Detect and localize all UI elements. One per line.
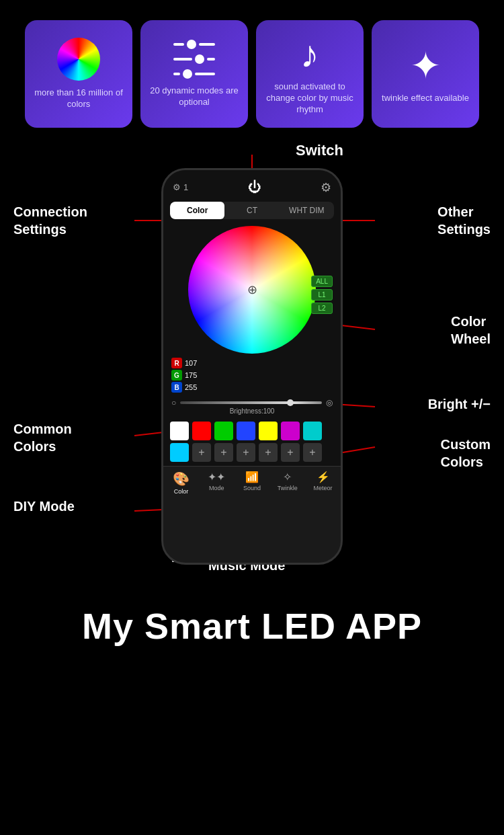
app-title: My Smart LED APP (0, 592, 504, 667)
nav-twinkle[interactable]: ✧ Twinkle (269, 471, 305, 495)
swatch-green[interactable] (214, 422, 233, 440)
swatch-red[interactable] (192, 422, 211, 440)
wheel-section: ⊕ ALL L1 L2 (163, 222, 341, 356)
feature-label-colors: more than 16 million of colors (33, 87, 124, 110)
swatch-blue[interactable] (237, 422, 255, 440)
crosshair-icon: ⊕ (247, 282, 257, 297)
svg-line-5 (134, 432, 163, 436)
nav-meteor-icon: ⚡ (317, 471, 330, 483)
power-button[interactable]: ⏻ (248, 180, 261, 195)
feature-card-sound: ♪ sound activated to change color by mus… (256, 20, 364, 128)
topbar-left: ⚙ 1 (173, 182, 188, 192)
annotation-bright: Bright +/− (428, 395, 491, 413)
swatch-yellow[interactable] (259, 422, 278, 440)
custom-add-2[interactable]: + (214, 443, 233, 462)
annotation-color-wheel: ColorWheel (451, 313, 491, 348)
sparkle-icon: ✦ (410, 44, 442, 87)
custom-add-1[interactable]: + (192, 443, 211, 462)
nav-color-label: Color (174, 488, 189, 495)
feature-card-twinkle: ✦ twinkle effect available (372, 20, 479, 128)
feature-card-modes: 20 dynamic modes are optional (140, 20, 248, 128)
mode-tabs: Color CT WHT DIM (170, 202, 334, 219)
custom-swatch-1[interactable] (170, 443, 189, 462)
custom-colors-row: + + + + + + (163, 443, 341, 466)
b-value: 255 (185, 383, 197, 391)
color-wheel-icon (57, 38, 100, 81)
channel-btn-l1[interactable]: L1 (311, 289, 333, 301)
swatch-cyan[interactable] (303, 422, 322, 440)
rgb-row-b: B 255 (171, 382, 333, 393)
sliders-icon-small[interactable]: ⚙ (173, 182, 181, 192)
feature-label-twinkle: twinkle effect available (382, 93, 469, 104)
annotation-other-settings: OtherSettings (437, 203, 491, 238)
channel-btn-l2[interactable]: L2 (311, 303, 333, 314)
brightness-max-icon: ◎ (326, 398, 333, 407)
custom-add-6[interactable]: + (303, 443, 322, 462)
nav-sound[interactable]: 📶 Sound (235, 471, 270, 495)
channel-btn-all[interactable]: ALL (311, 276, 333, 287)
custom-add-4[interactable]: + (259, 443, 278, 462)
b-label: B (171, 382, 182, 393)
swatch-white[interactable] (170, 422, 189, 440)
r-label: R (171, 358, 182, 368)
phone-mockup: ⚙ 1 ⏻ ⚙ Color CT WHT DIM ⊕ (161, 168, 343, 565)
sliders-icon (173, 40, 215, 79)
brightness-label: Brightness:100 (163, 407, 341, 415)
annotation-switch: Switch (296, 141, 343, 161)
annotation-diy-mode: DIY Mode (13, 498, 75, 515)
nav-sound-icon: 📶 (245, 471, 259, 483)
rgb-row-g: G 175 (171, 370, 333, 381)
custom-add-5[interactable]: + (281, 443, 300, 462)
feature-label-sound: sound activated to change color by music… (264, 81, 355, 116)
nav-sound-label: Sound (243, 485, 261, 491)
swatch-magenta[interactable] (281, 422, 300, 440)
feature-label-modes: 20 dynamic modes are optional (149, 85, 240, 108)
g-value: 175 (185, 371, 197, 379)
common-colors-row (163, 418, 341, 443)
feature-card-colors: more than 16 million of colors (25, 20, 132, 128)
tab-color[interactable]: Color (170, 202, 224, 219)
color-wheel-display[interactable]: ⊕ (188, 226, 316, 354)
nav-twinkle-label: Twinkle (278, 485, 298, 491)
nav-meteor-label: Meteor (314, 485, 333, 491)
tab-whtdim[interactable]: WHT DIM (280, 202, 334, 219)
features-row: more than 16 million of colors 20 dynami… (0, 0, 504, 141)
annotation-connection: ConnectionSettings (13, 203, 87, 238)
channel-number: 1 (183, 182, 188, 192)
phone-topbar: ⚙ 1 ⏻ ⚙ (163, 175, 341, 199)
svg-line-6 (343, 447, 375, 452)
nav-color-icon: 🎨 (173, 471, 190, 487)
nav-color[interactable]: 🎨 Color (163, 471, 199, 495)
rgb-values: R 107 G 175 B 255 (163, 356, 341, 395)
annotation-custom-colors: CustomColors (441, 436, 491, 471)
brightness-min-icon: ○ (171, 398, 176, 407)
note-icon: ♪ (300, 32, 319, 76)
phone-screen: ⚙ 1 ⏻ ⚙ Color CT WHT DIM ⊕ (163, 170, 341, 498)
settings-icon[interactable]: ⚙ (321, 180, 331, 195)
rgb-row-r: R 107 (171, 358, 333, 368)
r-value: 107 (185, 359, 197, 367)
tab-ct[interactable]: CT (224, 202, 279, 219)
brightness-slider[interactable] (180, 401, 322, 404)
nav-mode-label: Mode (209, 485, 224, 491)
svg-line-7 (134, 510, 163, 511)
nav-mode[interactable]: ✦✦ Mode (199, 471, 235, 495)
channel-buttons: ALL L1 L2 (311, 276, 333, 314)
brightness-thumb (287, 399, 294, 406)
annotation-common-colors: CommonColors (13, 420, 72, 455)
g-label: G (171, 370, 182, 381)
nav-mode-icon: ✦✦ (208, 471, 225, 483)
nav-twinkle-icon: ✧ (283, 471, 292, 483)
annotated-section: Switch ConnectionSettings OtherSettings … (0, 141, 504, 592)
nav-meteor[interactable]: ⚡ Meteor (305, 471, 341, 495)
custom-add-3[interactable]: + (237, 443, 255, 462)
bottom-nav: 🎨 Color ✦✦ Mode 📶 Sound ✧ Twinkle ⚡ (163, 466, 341, 498)
